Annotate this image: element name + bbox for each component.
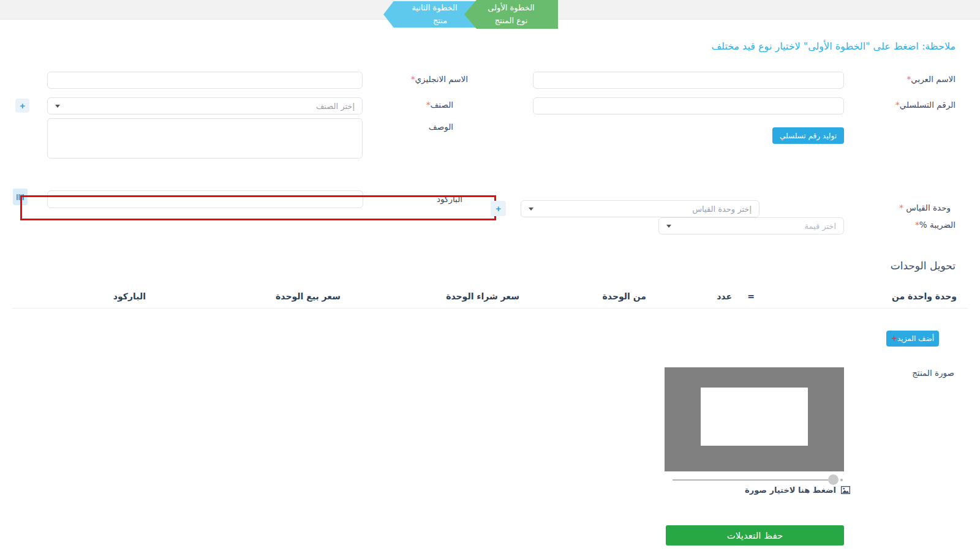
required-mark: * — [915, 220, 919, 230]
tax-select[interactable]: اختر قيمة — [658, 217, 844, 234]
english-name-input[interactable] — [47, 72, 363, 89]
generate-serial-button[interactable]: توليد رقم تسلسلي — [772, 127, 844, 144]
units-col-header: سعر شراء الوحدة — [446, 291, 519, 301]
add-more-button[interactable]: أضف المزيد+ — [886, 331, 939, 347]
choose-image-button[interactable]: اضغط هنا لاختيار صورة — [745, 485, 850, 495]
unit-label: وحدة القياس * — [899, 203, 951, 212]
chevron-down-icon — [666, 225, 671, 228]
unit-select[interactable]: إختر وحدة القياس — [521, 200, 760, 217]
save-changes-button[interactable]: حفظ التعديلات — [666, 525, 844, 545]
product-image-label: صورة المنتج — [912, 368, 954, 378]
serial-number-label: الرقم التسلسلي* — [895, 100, 956, 110]
step2-subtitle: منتج — [422, 15, 447, 27]
product-image-placeholder[interactable] — [665, 367, 844, 471]
units-col-header: عدد — [717, 291, 732, 301]
arabic-name-label: الاسم العربي* — [907, 74, 956, 84]
image-zoom-slider-track[interactable] — [673, 479, 833, 481]
add-unit-button[interactable]: + — [491, 201, 506, 216]
english-name-label: الاسم الانجليزي* — [411, 74, 468, 84]
chevron-down-icon — [55, 105, 60, 108]
arabic-name-input[interactable] — [533, 72, 844, 89]
unit-highlight-box — [20, 195, 496, 220]
image-zoom-slider-handle[interactable] — [828, 474, 839, 485]
category-label: الصنف* — [426, 100, 453, 110]
units-col-header: وحدة واحدة من — [892, 291, 957, 301]
slider-end-dot — [840, 479, 843, 481]
image-icon — [841, 486, 850, 494]
units-col-header: الباركود — [113, 291, 146, 301]
step1-subtitle: نوع المنتج — [495, 15, 528, 27]
units-col-header: من الوحدة — [603, 291, 646, 301]
product-image-inner — [701, 388, 808, 446]
step2-title: الخطوة الثانية — [412, 2, 457, 14]
chevron-down-icon — [529, 208, 533, 211]
units-section-title: تحويل الوحدات — [891, 260, 956, 272]
note-text: ملاحظة: اضغط على "الخطوة الأولى" لاختيار… — [711, 40, 956, 52]
tax-select-value: اختر قيمة — [805, 222, 837, 231]
table-divider — [12, 308, 968, 309]
unit-select-value: إختر وحدة القياس — [692, 204, 752, 214]
category-select[interactable]: إختر الصنف — [47, 97, 363, 114]
serial-number-input[interactable] — [533, 97, 844, 114]
category-select-value: إختر الصنف — [316, 102, 355, 111]
description-label: الوصف — [429, 122, 453, 132]
tax-label: الضريبة %* — [915, 220, 956, 230]
product-form-page: الخطوة الأولى نوع المنتج الخطوة الثانية … — [0, 0, 980, 551]
required-mark: * — [895, 100, 900, 110]
add-category-button[interactable]: + — [15, 99, 29, 113]
step1-title: الخطوة الأولى — [488, 2, 534, 14]
add-more-plus: + — [891, 334, 897, 343]
choose-image-text: اضغط هنا لاختيار صورة — [745, 485, 836, 495]
add-more-label: أضف المزيد — [897, 334, 934, 343]
stepper-step-1[interactable]: الخطوة الأولى نوع المنتج — [464, 0, 558, 29]
description-textarea[interactable] — [47, 118, 363, 159]
units-col-header: سعر بيع الوحدة — [276, 291, 341, 301]
units-col-header: = — [747, 291, 755, 301]
